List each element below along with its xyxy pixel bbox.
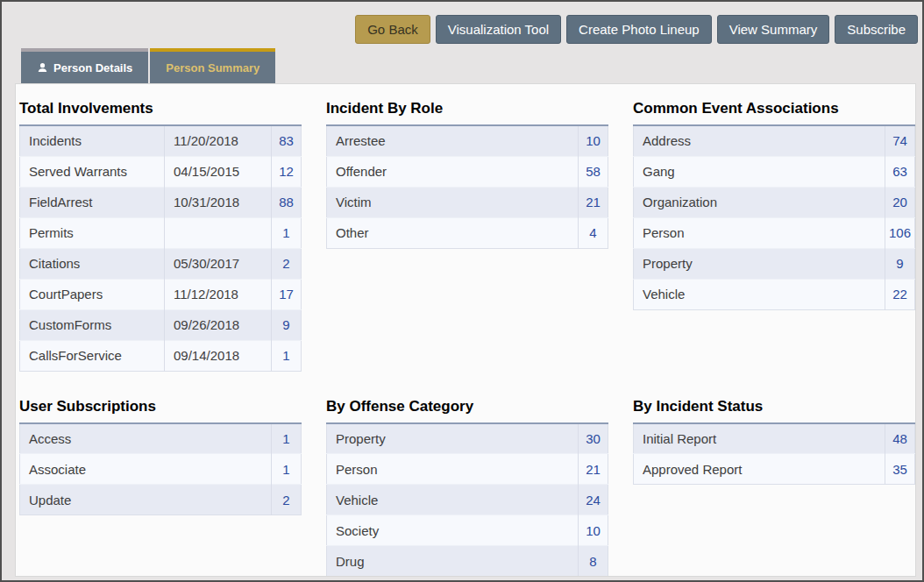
row-label: CourtPapers [20,279,165,309]
person-icon [37,62,48,74]
row-label: Access [20,423,272,454]
row-count[interactable]: 74 [885,125,915,156]
row-date: 10/31/2018 [165,187,272,217]
panel-title: Total Involvements [19,100,301,117]
panel-title: Incident By Role [326,100,608,117]
row-label: FieldArrest [20,187,165,217]
table-row: Initial Report 48 [634,423,915,454]
row-count[interactable]: 9 [885,248,915,279]
row-label: Vehicle [327,485,579,515]
tab-person-summary[interactable]: Person Summary [150,48,275,83]
table-row: Incidents 11/20/2018 83 [20,125,302,156]
row-date: 11/20/2018 [165,125,272,156]
row-count[interactable]: 35 [885,454,915,485]
row-label: Vehicle [634,279,885,309]
row-label: Initial Report [634,423,885,454]
panel-title: Common Event Associations [633,100,914,117]
table-row: Access 1 [20,423,302,454]
row-label: Update [20,485,272,515]
tab-label: Person Summary [166,61,259,75]
tab-person-details[interactable]: Person Details [21,48,148,83]
table-row: Approved Report 35 [634,454,915,485]
row-label: Organization [634,187,885,217]
row-count[interactable]: 63 [885,156,915,187]
table-row: Property 30 [327,423,608,454]
tab-label: Person Details [53,61,132,75]
row-count[interactable]: 12 [272,156,302,187]
table-row: Society 10 [327,515,608,546]
row-label: Permits [20,217,165,248]
by-incident-status-table: Initial Report 48 Approved Report 35 [633,422,915,486]
row-count[interactable]: 10 [579,125,608,156]
total-involvements-table: Incidents 11/20/2018 83 Served Warrants … [19,124,302,372]
row-label: Other [327,217,579,248]
row-count[interactable]: 1 [272,340,302,371]
row-count[interactable]: 1 [272,217,302,248]
panels-grid: Total Involvements Incidents 11/20/2018 … [16,84,915,577]
row-count[interactable]: 22 [885,279,915,309]
row-label: CallsForService [20,340,165,371]
table-row: Victim 21 [327,187,608,217]
row-count[interactable]: 10 [579,515,608,546]
row-count[interactable]: 48 [885,423,915,454]
row-label: Drug [327,546,579,577]
incident-by-role-table: Arrestee 10 Offender 58 Victim 21 Other … [326,124,608,249]
app-window: Go Back Visualization Tool Create Photo … [0,0,924,582]
table-row: Drug 8 [327,546,608,577]
row-label: Served Warrants [20,156,165,187]
table-row: FieldArrest 10/31/2018 88 [20,187,302,217]
row-count[interactable]: 21 [579,454,608,485]
row-date: 11/12/2018 [165,279,272,309]
row-count[interactable]: 2 [272,248,302,279]
common-event-associations-table: Address 74 Gang 63 Organization 20 Perso… [633,124,915,310]
table-row: Vehicle 24 [327,485,608,515]
by-offense-category-table: Property 30 Person 21 Vehicle 24 Society… [326,422,608,578]
row-count[interactable]: 20 [885,187,915,217]
table-row: Offender 58 [327,156,608,187]
row-count[interactable]: 1 [272,454,302,485]
row-count[interactable]: 58 [579,156,608,187]
panel-total-involvements: Total Involvements Incidents 11/20/2018 … [19,100,301,372]
row-label: Society [327,515,579,546]
row-count[interactable]: 17 [272,279,302,309]
row-count[interactable]: 9 [272,309,302,340]
panel-common-event-associations: Common Event Associations Address 74 Gan… [633,100,914,310]
table-row: CourtPapers 11/12/2018 17 [20,279,302,309]
table-row: Other 4 [327,217,608,248]
table-row: Property 9 [634,248,915,279]
row-count[interactable]: 24 [579,485,608,515]
create-photo-lineup-button[interactable]: Create Photo Lineup [566,15,712,44]
row-count[interactable]: 2 [272,485,302,515]
row-count[interactable]: 106 [885,217,915,248]
row-label: Gang [634,156,885,187]
table-row: Citations 05/30/2017 2 [20,248,302,279]
table-row: Person 21 [327,454,608,485]
row-count[interactable]: 88 [272,187,302,217]
row-count[interactable]: 1 [272,423,302,454]
table-row: CallsForService 09/14/2018 1 [20,340,302,371]
row-label: Incidents [20,125,165,156]
row-date: 09/14/2018 [165,340,272,371]
row-label: Person [634,217,885,248]
row-label: Associate [20,454,272,485]
row-count[interactable]: 8 [579,546,608,577]
toolbar: Go Back Visualization Tool Create Photo … [355,15,918,44]
go-back-button[interactable]: Go Back [355,15,430,44]
row-count[interactable]: 21 [579,187,608,217]
row-label: Citations [20,248,165,279]
row-label: Address [634,125,885,156]
row-date: 09/26/2018 [165,309,272,340]
subscribe-button[interactable]: Subscribe [835,15,918,44]
row-label: Arrestee [327,125,579,156]
row-label: Property [327,423,579,454]
row-count[interactable]: 83 [272,125,302,156]
table-row: Vehicle 22 [634,279,915,309]
row-count[interactable]: 30 [579,423,608,454]
row-label: Approved Report [634,454,885,485]
row-date [165,217,272,248]
visualization-tool-button[interactable]: Visualization Tool [436,15,561,44]
user-subscriptions-table: Access 1 Associate 1 Update 2 [19,422,302,516]
view-summary-button[interactable]: View Summary [717,15,830,44]
row-count[interactable]: 4 [579,217,608,248]
row-label: Person [327,454,579,485]
